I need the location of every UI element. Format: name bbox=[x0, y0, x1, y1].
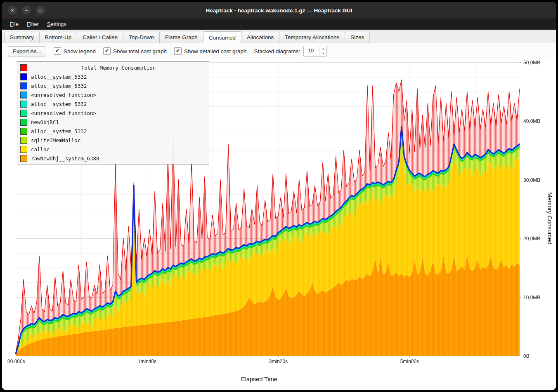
chart-legend: Total Memory Consumptionalloc__system_53… bbox=[17, 61, 209, 164]
checkbox-label: Show legend bbox=[64, 48, 96, 54]
tab-consumed[interactable]: Consumed bbox=[203, 31, 241, 43]
legend-item: newObjRC1 bbox=[17, 117, 209, 127]
menu-item-filter[interactable]: Filter bbox=[23, 20, 43, 28]
legend-swatch bbox=[20, 82, 27, 89]
menu-item-settings[interactable]: Settings bbox=[43, 20, 70, 28]
legend-label: newObjRC1 bbox=[31, 119, 59, 125]
x-axis-label: Elapsed Time bbox=[2, 376, 516, 383]
checkbox-icon[interactable]: ✔ bbox=[54, 47, 61, 55]
titlebar[interactable]: ✕ − □ Heaptrack - heaptrack.wakunode.1.g… bbox=[2, 2, 556, 19]
spinner-up-icon[interactable]: ▲ bbox=[319, 46, 326, 52]
checkbox-show-detailed-cost-graph[interactable]: ✔ Show detailed cost graph bbox=[174, 47, 247, 55]
spinner-down-icon[interactable]: ▼ bbox=[319, 51, 326, 56]
spinner-value[interactable]: 10 bbox=[304, 46, 319, 56]
menu-item-file[interactable]: File bbox=[6, 20, 22, 28]
legend-item: alloc__system_5332 bbox=[17, 127, 209, 136]
checkbox-label: Show detailed cost graph bbox=[184, 48, 247, 54]
maximize-icon: □ bbox=[39, 8, 42, 13]
maximize-button[interactable]: □ bbox=[36, 6, 45, 15]
legend-label: alloc__system_5332 bbox=[31, 83, 87, 89]
window-title: Heaptrack - heaptrack.wakunode.1.gz — He… bbox=[2, 7, 556, 14]
legend-swatch bbox=[20, 73, 27, 80]
legend-swatch bbox=[20, 146, 27, 153]
spinner-arrows: ▲ ▼ bbox=[319, 46, 326, 56]
legend-label: sqlite3MemMalloc bbox=[31, 137, 80, 143]
legend-swatch bbox=[20, 155, 27, 162]
legend-item: rawNewObj__system_6388 bbox=[17, 154, 209, 163]
tab-temporary-allocations[interactable]: Temporary Allocations bbox=[279, 32, 345, 43]
legend-label: alloc__system_5332 bbox=[31, 74, 87, 80]
legend-item: sqlite3MemMalloc bbox=[17, 136, 209, 145]
tab-caller-callee[interactable]: Caller / Callee bbox=[77, 32, 123, 43]
checkbox-icon[interactable]: ✔ bbox=[174, 47, 182, 55]
legend-label: alloc__system_5332 bbox=[31, 101, 87, 107]
tab-sizes[interactable]: Sizes bbox=[345, 32, 370, 43]
toolbar: Export As... ✔ Show legend ✔ Show total … bbox=[2, 43, 556, 59]
tabbar: Summary Bottom-Up Caller / Callee Top-Do… bbox=[2, 30, 556, 43]
menubar: File Filter Settings bbox=[2, 19, 556, 30]
tab-flame-graph[interactable]: Flame Graph bbox=[159, 32, 203, 43]
minimize-button[interactable]: − bbox=[22, 6, 31, 15]
stacked-diagrams-spinner[interactable]: 10 ▲ ▼ bbox=[303, 46, 327, 57]
checkbox-icon[interactable]: ✔ bbox=[103, 47, 111, 55]
legend-label: rawNewObj__system_6388 bbox=[31, 155, 99, 162]
legend-item: alloc__system_5332 bbox=[17, 72, 209, 81]
legend-swatch bbox=[20, 92, 27, 99]
checkbox-show-total-cost-graph[interactable]: ✔ Show total cost graph bbox=[103, 47, 167, 55]
legend-item: <unresolved function> bbox=[17, 90, 209, 99]
minimize-icon: − bbox=[25, 8, 28, 13]
checkbox-label: Show total cost graph bbox=[113, 48, 167, 54]
legend-label: <unresolved function> bbox=[31, 110, 96, 116]
stacked-diagrams-group: Stacked diagrams: 10 ▲ ▼ bbox=[254, 46, 327, 57]
tab-summary[interactable]: Summary bbox=[4, 32, 40, 43]
window-controls: ✕ − □ bbox=[2, 6, 45, 15]
legend-swatch bbox=[20, 64, 27, 71]
legend-swatch bbox=[20, 137, 27, 144]
legend-swatch bbox=[20, 128, 27, 135]
legend-item: alloc__system_5332 bbox=[17, 81, 209, 90]
app-window: ✕ − □ Heaptrack - heaptrack.wakunode.1.g… bbox=[2, 2, 556, 390]
chart-area: Total Memory Consumptionalloc__system_53… bbox=[2, 59, 556, 390]
legend-item: <unresolved function> bbox=[17, 108, 209, 117]
legend-swatch bbox=[20, 119, 27, 126]
y-axis-label: Memory Consumed bbox=[546, 192, 553, 244]
legend-item: alloc__system_5332 bbox=[17, 99, 209, 108]
legend-title-row: Total Memory Consumption bbox=[17, 63, 209, 72]
legend-label: Total Memory Consumption bbox=[31, 65, 206, 71]
tab-bottom-up[interactable]: Bottom-Up bbox=[39, 32, 78, 43]
legend-label: calloc bbox=[31, 146, 50, 153]
checkbox-show-legend[interactable]: ✔ Show legend bbox=[54, 47, 96, 55]
export-as-button[interactable]: Export As... bbox=[8, 46, 46, 56]
legend-label: <unresolved function> bbox=[31, 92, 96, 98]
tab-allocations[interactable]: Allocations bbox=[241, 32, 279, 43]
legend-label: alloc__system_5332 bbox=[31, 128, 87, 134]
legend-item: calloc bbox=[17, 145, 209, 154]
close-button[interactable]: ✕ bbox=[8, 6, 17, 15]
stacked-diagrams-label: Stacked diagrams: bbox=[254, 48, 300, 54]
legend-swatch bbox=[20, 110, 27, 117]
close-icon: ✕ bbox=[10, 8, 14, 13]
tab-top-down[interactable]: Top-Down bbox=[123, 32, 160, 43]
legend-swatch bbox=[20, 101, 27, 108]
